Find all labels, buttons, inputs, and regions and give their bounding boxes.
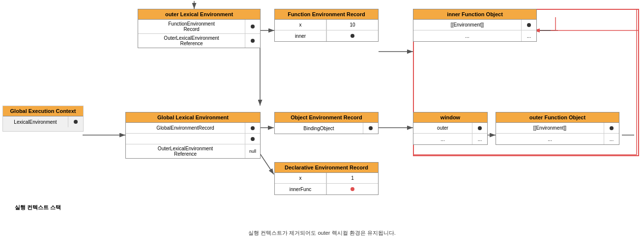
inner-func-row2: ... ... — [413, 30, 536, 41]
func-env-x-value: 10 — [326, 20, 378, 30]
outer-func-env-dot — [604, 123, 619, 133]
function-env-record-header: Function Environment Record — [275, 9, 378, 20]
inner-function-object-header: inner Function Object — [413, 9, 536, 20]
outer-lexical-row2-dot — [245, 34, 260, 48]
obj-env-row1: BindingObject — [275, 123, 378, 134]
global-lex-row2-label — [126, 134, 245, 144]
object-env-record-header: Object Environment Record — [275, 112, 378, 123]
decl-env-row2: innerFunc — [275, 184, 378, 194]
outer-lexical-row2: OuterLexicalEnvironmentReference — [138, 34, 260, 48]
outer-lex-ref-null: null — [245, 144, 260, 158]
decl-x-label: x — [275, 173, 326, 183]
outer-lexical-env-top-header: outer Lexical Environment — [138, 9, 260, 20]
outer-lex-ref-label: OuterLexicalEnvironmentReference — [126, 144, 245, 158]
lexical-env-dot — [68, 116, 83, 127]
innerfunc-label: innerFunc — [275, 184, 326, 194]
diagram-container: outer Lexical Environment FunctionEnviro… — [0, 0, 644, 241]
outer-function-object-header: outer Function Object — [496, 112, 619, 123]
outer-lexical-row1-label: FunctionEnvironmentRecord — [138, 20, 245, 33]
window-box: window outer ... ... — [413, 112, 488, 145]
global-exec-context-header: Global Execution Context — [3, 106, 83, 116]
window-outer-label: outer — [413, 123, 472, 133]
global-lexical-env-header: Global Lexical Environment — [126, 112, 260, 123]
window-ellipsis2: ... — [472, 134, 487, 144]
declarative-env-record-header: Declarative Environment Record — [275, 163, 378, 173]
declarative-env-record: Declarative Environment Record x 1 inner… — [274, 162, 379, 195]
window-row2: ... ... — [413, 134, 487, 144]
outer-func-env-label: [[Environment]] — [496, 123, 604, 133]
inner-func-ellipsis1: ... — [413, 30, 522, 41]
inner-func-env-label: [[Environment]] — [413, 20, 522, 30]
global-lex-row2-dot — [245, 134, 260, 144]
inner-func-ellipsis2: ... — [522, 30, 536, 41]
innerfunc-dot — [326, 184, 378, 194]
footnote: 실행 컨텍스트가 제거되어도 outer 렉시컬 환경은 유지됩니다. — [248, 229, 395, 237]
global-env-record-label: GlobalEnvironmentRecord — [126, 123, 245, 133]
binding-object-dot — [363, 123, 378, 134]
inner-function-object: inner Function Object [[Environment]] ..… — [413, 9, 537, 42]
exec-stack-label: 실행 컨텍스트 스택 — [15, 204, 61, 211]
outer-func-row1: [[Environment]] — [496, 123, 619, 134]
func-env-inner-dot — [326, 30, 378, 41]
window-ellipsis1: ... — [413, 134, 472, 144]
outer-lexical-row2-label: OuterLexicalEnvironmentReference — [138, 34, 245, 48]
global-lexical-env: Global Lexical Environment GlobalEnviron… — [125, 112, 261, 159]
global-lex-row3: OuterLexicalEnvironmentReference null — [126, 144, 260, 158]
func-env-inner-label: inner — [275, 30, 326, 41]
global-env-record-dot — [245, 123, 260, 133]
object-env-record: Object Environment Record BindingObject — [274, 112, 379, 134]
global-lex-row1: GlobalEnvironmentRecord — [126, 123, 260, 134]
binding-object-label: BindingObject — [275, 123, 363, 134]
lexical-env-label: LexicalEnvironment — [3, 116, 68, 127]
func-env-row2: inner — [275, 30, 378, 41]
svg-line-9 — [259, 152, 274, 174]
outer-lexical-env-top: outer Lexical Environment FunctionEnviro… — [138, 9, 261, 48]
global-exec-row1: LexicalEnvironment — [3, 116, 83, 127]
global-lex-row2 — [126, 134, 260, 144]
outer-func-ellipsis1: ... — [496, 134, 604, 144]
outer-func-ellipsis2: ... — [604, 134, 619, 144]
decl-env-row1: x 1 — [275, 173, 378, 184]
window-header: window — [413, 112, 487, 123]
func-env-x-label: x — [275, 20, 326, 30]
func-env-row1: x 10 — [275, 20, 378, 30]
outer-lexical-row1-dot — [245, 20, 260, 33]
function-env-record: Function Environment Record x 10 inner — [274, 9, 379, 42]
decl-x-value: 1 — [326, 173, 378, 183]
window-row1: outer — [413, 123, 487, 134]
outer-lexical-row1: FunctionEnvironmentRecord — [138, 20, 260, 34]
inner-func-env-dot — [522, 20, 536, 30]
window-outer-dot — [472, 123, 487, 133]
inner-func-row1: [[Environment]] — [413, 20, 536, 30]
global-exec-context: Global Execution Context LexicalEnvironm… — [2, 106, 84, 132]
outer-function-object: outer Function Object [[Environment]] ..… — [496, 112, 619, 145]
outer-func-row2: ... ... — [496, 134, 619, 144]
